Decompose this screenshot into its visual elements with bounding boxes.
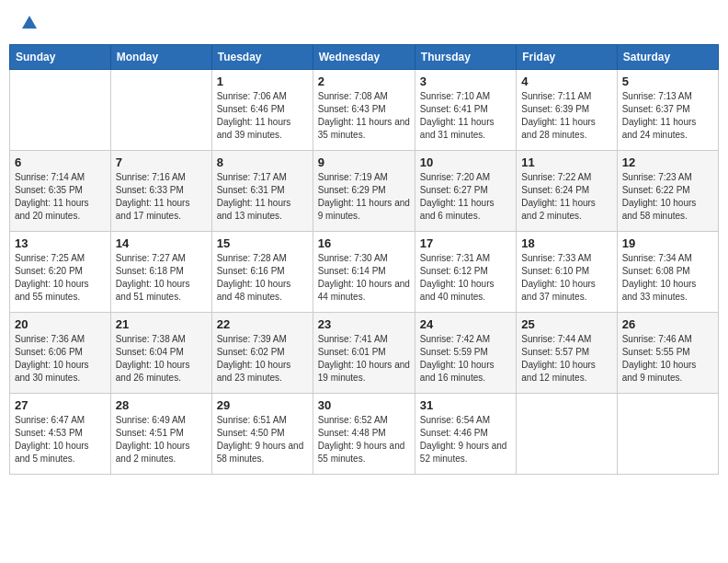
day-info: Sunrise: 7:08 AMSunset: 6:43 PMDaylight:… — [318, 90, 410, 142]
calendar-cell: 1Sunrise: 7:06 AMSunset: 6:46 PMDaylight… — [211, 70, 313, 151]
calendar-cell — [517, 394, 617, 475]
day-number: 4 — [521, 75, 611, 88]
calendar-cell: 15Sunrise: 7:28 AMSunset: 6:16 PMDayligh… — [211, 232, 313, 313]
calendar-cell: 23Sunrise: 7:41 AMSunset: 6:01 PMDayligh… — [313, 313, 415, 394]
day-number: 17 — [420, 236, 511, 250]
day-info: Sunrise: 7:31 AMSunset: 6:12 PMDaylight:… — [420, 252, 511, 304]
day-number: 29 — [217, 398, 308, 412]
calendar-cell: 10Sunrise: 7:20 AMSunset: 6:27 PMDayligh… — [415, 151, 516, 232]
calendar-cell: 20Sunrise: 7:36 AMSunset: 6:06 PMDayligh… — [10, 313, 111, 394]
day-number: 7 — [116, 155, 207, 169]
day-number: 16 — [318, 236, 410, 250]
calendar-cell: 5Sunrise: 7:13 AMSunset: 6:37 PMDaylight… — [617, 70, 718, 151]
day-number: 19 — [622, 236, 713, 250]
calendar-cell: 13Sunrise: 7:25 AMSunset: 6:20 PMDayligh… — [10, 232, 111, 313]
calendar-cell: 8Sunrise: 7:17 AMSunset: 6:31 PMDaylight… — [211, 151, 313, 232]
day-info: Sunrise: 7:23 AMSunset: 6:22 PMDaylight:… — [622, 171, 713, 223]
day-info: Sunrise: 7:36 AMSunset: 6:06 PMDaylight:… — [15, 333, 106, 385]
day-info: Sunrise: 7:46 AMSunset: 5:55 PMDaylight:… — [622, 333, 713, 385]
day-info: Sunrise: 7:20 AMSunset: 6:27 PMDaylight:… — [420, 171, 511, 223]
day-info: Sunrise: 7:41 AMSunset: 6:01 PMDaylight:… — [318, 333, 410, 385]
day-info: Sunrise: 7:42 AMSunset: 5:59 PMDaylight:… — [420, 333, 511, 385]
day-info: Sunrise: 7:27 AMSunset: 6:18 PMDaylight:… — [116, 252, 207, 304]
day-info: Sunrise: 6:47 AMSunset: 4:53 PMDaylight:… — [15, 414, 106, 465]
weekday-header-friday: Friday — [517, 45, 617, 70]
calendar-week-1: 1Sunrise: 7:06 AMSunset: 6:46 PMDaylight… — [10, 70, 719, 151]
day-info: Sunrise: 7:28 AMSunset: 6:16 PMDaylight:… — [217, 252, 308, 304]
calendar-cell: 27Sunrise: 6:47 AMSunset: 4:53 PMDayligh… — [10, 394, 111, 475]
calendar-week-4: 20Sunrise: 7:36 AMSunset: 6:06 PMDayligh… — [10, 313, 719, 394]
calendar-cell: 25Sunrise: 7:44 AMSunset: 5:57 PMDayligh… — [517, 313, 617, 394]
page-header — [9, 9, 719, 37]
day-number: 26 — [622, 317, 713, 331]
day-number: 20 — [15, 317, 106, 331]
calendar-cell: 31Sunrise: 6:54 AMSunset: 4:46 PMDayligh… — [415, 394, 516, 475]
day-info: Sunrise: 7:44 AMSunset: 5:57 PMDaylight:… — [521, 333, 611, 385]
day-info: Sunrise: 7:33 AMSunset: 6:10 PMDaylight:… — [521, 252, 611, 304]
logo — [18, 14, 39, 32]
calendar-cell: 17Sunrise: 7:31 AMSunset: 6:12 PMDayligh… — [415, 232, 516, 313]
calendar-cell: 28Sunrise: 6:49 AMSunset: 4:51 PMDayligh… — [110, 394, 211, 475]
day-info: Sunrise: 7:34 AMSunset: 6:08 PMDaylight:… — [622, 252, 713, 304]
calendar-body: 1Sunrise: 7:06 AMSunset: 6:46 PMDaylight… — [10, 70, 719, 475]
day-number: 27 — [15, 398, 106, 412]
day-info: Sunrise: 6:49 AMSunset: 4:51 PMDaylight:… — [116, 414, 207, 465]
day-info: Sunrise: 7:17 AMSunset: 6:31 PMDaylight:… — [217, 171, 308, 223]
day-info: Sunrise: 7:14 AMSunset: 6:35 PMDaylight:… — [15, 171, 106, 223]
day-number: 28 — [116, 398, 207, 412]
day-info: Sunrise: 7:25 AMSunset: 6:20 PMDaylight:… — [15, 252, 106, 304]
day-info: Sunrise: 7:39 AMSunset: 6:02 PMDaylight:… — [217, 333, 308, 385]
calendar-cell: 18Sunrise: 7:33 AMSunset: 6:10 PMDayligh… — [517, 232, 617, 313]
weekday-header-saturday: Saturday — [617, 45, 718, 70]
calendar-cell: 6Sunrise: 7:14 AMSunset: 6:35 PMDaylight… — [10, 151, 111, 232]
weekday-header-tuesday: Tuesday — [211, 45, 313, 70]
calendar-cell: 4Sunrise: 7:11 AMSunset: 6:39 PMDaylight… — [517, 70, 617, 151]
calendar-week-5: 27Sunrise: 6:47 AMSunset: 4:53 PMDayligh… — [10, 394, 719, 475]
calendar-cell: 19Sunrise: 7:34 AMSunset: 6:08 PMDayligh… — [617, 232, 718, 313]
weekday-header-row: SundayMondayTuesdayWednesdayThursdayFrid… — [10, 45, 719, 70]
day-number: 12 — [622, 155, 713, 169]
calendar-cell: 7Sunrise: 7:16 AMSunset: 6:33 PMDaylight… — [110, 151, 211, 232]
day-number: 1 — [217, 75, 308, 88]
calendar-table: SundayMondayTuesdayWednesdayThursdayFrid… — [9, 44, 719, 475]
calendar-cell: 29Sunrise: 6:51 AMSunset: 4:50 PMDayligh… — [211, 394, 313, 475]
day-info: Sunrise: 7:30 AMSunset: 6:14 PMDaylight:… — [318, 252, 410, 304]
calendar-cell: 22Sunrise: 7:39 AMSunset: 6:02 PMDayligh… — [211, 313, 313, 394]
day-number: 11 — [521, 155, 611, 169]
calendar-cell: 30Sunrise: 6:52 AMSunset: 4:48 PMDayligh… — [313, 394, 415, 475]
weekday-header-sunday: Sunday — [10, 45, 111, 70]
day-info: Sunrise: 7:19 AMSunset: 6:29 PMDaylight:… — [318, 171, 410, 223]
day-info: Sunrise: 7:22 AMSunset: 6:24 PMDaylight:… — [521, 171, 611, 223]
svg-marker-0 — [22, 16, 37, 29]
day-info: Sunrise: 6:51 AMSunset: 4:50 PMDaylight:… — [217, 414, 308, 465]
calendar-cell: 12Sunrise: 7:23 AMSunset: 6:22 PMDayligh… — [617, 151, 718, 232]
calendar-cell: 16Sunrise: 7:30 AMSunset: 6:14 PMDayligh… — [313, 232, 415, 313]
day-number: 9 — [318, 155, 410, 169]
logo-icon — [20, 14, 39, 32]
calendar-week-2: 6Sunrise: 7:14 AMSunset: 6:35 PMDaylight… — [10, 151, 719, 232]
day-number: 18 — [521, 236, 611, 250]
day-number: 13 — [15, 236, 106, 250]
day-info: Sunrise: 6:52 AMSunset: 4:48 PMDaylight:… — [318, 414, 410, 465]
calendar-cell: 26Sunrise: 7:46 AMSunset: 5:55 PMDayligh… — [617, 313, 718, 394]
day-number: 30 — [318, 398, 410, 412]
day-number: 25 — [521, 317, 611, 331]
day-info: Sunrise: 7:10 AMSunset: 6:41 PMDaylight:… — [420, 90, 511, 142]
calendar-week-3: 13Sunrise: 7:25 AMSunset: 6:20 PMDayligh… — [10, 232, 719, 313]
calendar-cell: 21Sunrise: 7:38 AMSunset: 6:04 PMDayligh… — [110, 313, 211, 394]
day-info: Sunrise: 7:06 AMSunset: 6:46 PMDaylight:… — [217, 90, 308, 142]
day-info: Sunrise: 7:38 AMSunset: 6:04 PMDaylight:… — [116, 333, 207, 385]
calendar-cell — [110, 70, 211, 151]
day-number: 8 — [217, 155, 308, 169]
day-info: Sunrise: 7:13 AMSunset: 6:37 PMDaylight:… — [622, 90, 713, 142]
day-number: 15 — [217, 236, 308, 250]
day-info: Sunrise: 7:16 AMSunset: 6:33 PMDaylight:… — [116, 171, 207, 223]
day-number: 21 — [116, 317, 207, 331]
day-number: 6 — [15, 155, 106, 169]
day-info: Sunrise: 7:11 AMSunset: 6:39 PMDaylight:… — [521, 90, 611, 142]
calendar-cell — [10, 70, 111, 151]
day-number: 3 — [420, 75, 511, 88]
day-number: 5 — [622, 75, 713, 88]
calendar-cell: 24Sunrise: 7:42 AMSunset: 5:59 PMDayligh… — [415, 313, 516, 394]
calendar-cell: 3Sunrise: 7:10 AMSunset: 6:41 PMDaylight… — [415, 70, 516, 151]
